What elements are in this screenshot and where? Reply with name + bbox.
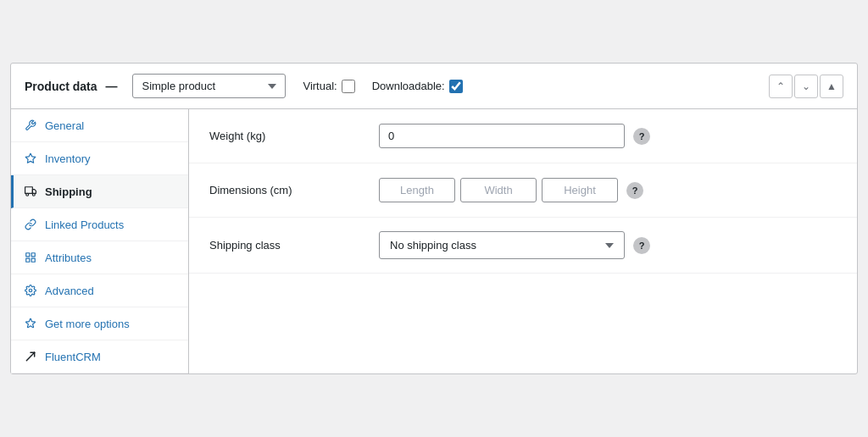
downloadable-field: Downloadable: [372, 80, 463, 93]
product-type-select[interactable]: Simple productVariable productGrouped pr… [132, 74, 286, 98]
product-data-header: Product data — Simple productVariable pr… [11, 64, 857, 109]
link-icon [23, 217, 38, 232]
sidebar-label-inventory: Inventory [45, 152, 90, 165]
sidebar-item-advanced[interactable]: Advanced [11, 274, 188, 307]
sidebar-label-get-more-options: Get more options [45, 318, 130, 330]
height-input[interactable] [542, 178, 618, 202]
shipping-class-select[interactable]: No shipping class [379, 231, 625, 259]
shipping-class-field-row: Shipping class No shipping class ? [189, 218, 857, 274]
svg-rect-7 [31, 258, 35, 262]
sidebar-label-fluentcrm: FluentCRM [45, 351, 101, 363]
svg-rect-6 [31, 253, 35, 257]
length-input[interactable] [379, 178, 455, 202]
svg-point-3 [26, 193, 29, 196]
dimensions-help-icon[interactable]: ? [626, 182, 643, 199]
svg-line-10 [26, 352, 34, 360]
weight-input[interactable] [379, 124, 625, 148]
width-input[interactable] [460, 178, 537, 202]
virtual-checkbox[interactable] [342, 80, 355, 93]
svg-marker-0 [25, 153, 36, 163]
svg-marker-2 [32, 190, 36, 194]
sidebar-label-linked-products: Linked Products [45, 218, 124, 231]
weight-help-icon[interactable]: ? [633, 128, 650, 145]
weight-inputs: ? [379, 124, 650, 148]
sidebar-label-shipping: Shipping [45, 185, 92, 198]
tag-icon [23, 151, 38, 166]
shipping-class-inputs: No shipping class ? [379, 231, 650, 259]
star-icon [23, 316, 38, 331]
list-icon [23, 250, 38, 265]
gear-icon [23, 283, 38, 298]
sidebar-item-attributes[interactable]: Attributes [11, 241, 188, 274]
virtual-field: Virtual: [303, 80, 354, 93]
fluent-icon [23, 349, 38, 364]
sidebar-item-linked-products[interactable]: Linked Products [11, 208, 188, 241]
svg-point-9 [29, 289, 32, 292]
sidebar-item-fluentcrm[interactable]: FluentCRM [11, 340, 188, 373]
sidebar-item-inventory[interactable]: Inventory [11, 142, 188, 175]
dimensions-inputs: ? [379, 178, 643, 202]
sidebar-item-general[interactable]: General [11, 109, 188, 142]
svg-point-4 [32, 193, 35, 196]
sidebar-item-get-more-options[interactable]: Get more options [11, 307, 188, 340]
sidebar-label-general: General [45, 119, 84, 132]
shipping-class-help-icon[interactable]: ? [633, 237, 650, 254]
weight-label: Weight (kg) [209, 130, 379, 142]
arrow-down-button[interactable]: ⌄ [794, 75, 818, 98]
dimensions-label: Dimensions (cm) [209, 184, 379, 196]
sidebar-label-advanced: Advanced [45, 285, 94, 297]
svg-rect-1 [25, 187, 33, 194]
header-arrows: ⌃ ⌄ ▲ [769, 75, 843, 98]
product-data-title: Product data — [25, 80, 122, 93]
weight-field-row: Weight (kg) ? [189, 109, 857, 163]
dimensions-field-row: Dimensions (cm) ? [189, 163, 857, 218]
sidebar-item-shipping[interactable]: Shipping [11, 175, 188, 208]
downloadable-checkbox[interactable] [449, 80, 463, 93]
arrow-up-button[interactable]: ⌃ [769, 75, 793, 98]
svg-rect-8 [26, 258, 30, 262]
product-data-body: General Inventory [11, 109, 857, 373]
main-content: Weight (kg) ? Dimensions (cm) ? Shipping [189, 109, 857, 373]
truck-icon [23, 184, 38, 199]
shipping-class-label: Shipping class [209, 239, 379, 252]
product-data-panel: Product data — Simple productVariable pr… [10, 63, 858, 374]
wrench-icon [23, 118, 38, 133]
svg-rect-5 [26, 253, 30, 257]
arrow-expand-button[interactable]: ▲ [820, 75, 843, 98]
sidebar: General Inventory [11, 109, 189, 373]
sidebar-label-attributes: Attributes [45, 252, 92, 264]
